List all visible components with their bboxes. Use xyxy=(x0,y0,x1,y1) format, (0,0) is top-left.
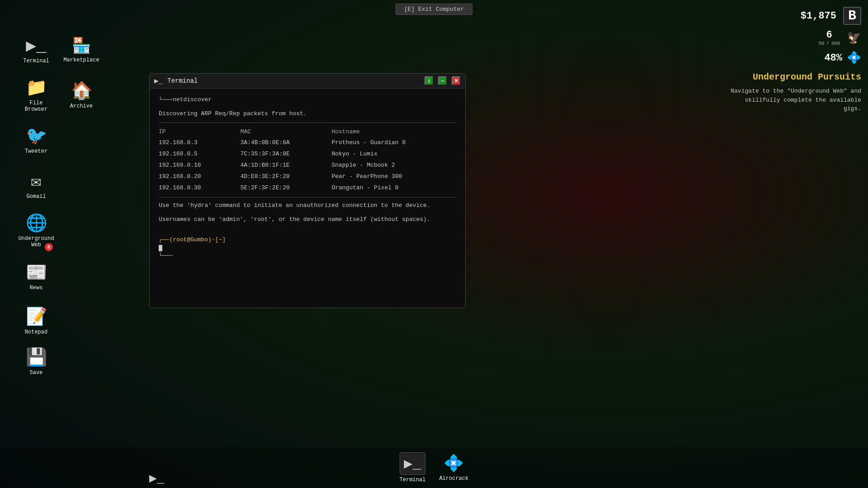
terminal-table: IP MAC Hostname 192.168.0.33A:4B:0B:0E:0… xyxy=(159,127,456,194)
terminal-minimize-button[interactable]: − xyxy=(438,76,447,85)
hud-skill-icon: 💠 xyxy=(847,51,861,65)
col-hostname: Hostname xyxy=(331,127,456,138)
terminal-body[interactable]: └───netdiscover Discovering ARP Req/Rep … xyxy=(150,89,465,308)
archive-label: Archive xyxy=(70,103,93,109)
news-icon: 📰 xyxy=(26,262,47,283)
table-row: 192.168.0.33A:4B:0B:0E:0AProtheus - Guar… xyxy=(159,137,456,149)
marketplace-icon: 🏪 xyxy=(72,36,91,55)
tweeter-label: Tweeter xyxy=(25,148,47,155)
terminal-title-icon: ▶_ xyxy=(154,76,163,85)
terminal-prompt: ┌──(root@Gumbo)-[~] xyxy=(159,235,456,245)
taskbar-terminal-icon: ▶_ xyxy=(400,452,425,475)
exit-computer-button[interactable]: [E] Exit Computer xyxy=(396,4,473,15)
top-bar: [E] Exit Computer xyxy=(0,0,868,18)
desktop-icon-empty3 xyxy=(59,208,104,253)
bottom-left-terminal-icon[interactable]: ▶_ xyxy=(149,470,165,486)
terminal-label: Terminal xyxy=(23,58,49,64)
desktop-icon-save[interactable]: 💾 Save xyxy=(14,343,59,380)
hud-stats: 6 50 / 300 🦅 xyxy=(818,29,861,46)
hud-avatar-icon: 🦅 xyxy=(847,31,861,45)
desktop-icon-empty4 xyxy=(59,253,104,298)
terminal-titlebar: ▶_ Terminal i − ✕ xyxy=(150,74,465,89)
desktop-icon-notepad[interactable]: 📝 Notepad xyxy=(14,298,59,343)
desktop-icon-file-browser[interactable]: 📁 File Browser xyxy=(14,72,59,117)
terminal-sep1 xyxy=(159,122,456,123)
marketplace-label: Marketplace xyxy=(63,57,99,63)
col-mac: MAC xyxy=(241,127,332,138)
quest-title: Underground Pursuits xyxy=(753,72,861,82)
news-badge: 8 xyxy=(45,243,53,251)
underground-web-icon: 🌐 xyxy=(26,213,47,234)
hud-right: $1,875 B 6 50 / 300 🦅 48% 💠 Underground … xyxy=(726,7,861,113)
taskbar-airocrack[interactable]: 💠 Airocrack xyxy=(439,454,468,482)
terminal-cursor-line[interactable] xyxy=(159,245,456,251)
hud-level-block: 6 50 / 300 xyxy=(818,29,840,46)
desktop-icons: ▶_ Terminal 🏪 Marketplace 📁 File Browser… xyxy=(14,27,104,380)
archive-icon: 🏠 xyxy=(71,80,92,101)
taskbar-airocrack-icon: 💠 xyxy=(443,454,464,474)
terminal-window: ▶_ Terminal i − ✕ └───netdiscover Discov… xyxy=(149,73,466,308)
table-row: 192.168.0.305E:2F:3F:2E:20Orangutan - Pi… xyxy=(159,183,456,194)
notepad-label: Notepad xyxy=(25,329,47,335)
table-row: 192.168.0.104A:1D:B0:1F:1ESnapple - Mcbo… xyxy=(159,160,456,171)
hud-level: 6 xyxy=(826,29,832,41)
terminal-hint2: Usernames can be 'admin', 'root', or the… xyxy=(159,215,456,225)
table-row: 192.168.0.204D:E0:3E:2F:20Pear - PearPho… xyxy=(159,171,456,183)
terminal-cursor xyxy=(159,245,162,251)
quest-description: Navigate to the "Underground Web" and sk… xyxy=(726,87,861,113)
desktop-icon-empty5 xyxy=(59,298,104,343)
desktop-icon-marketplace[interactable]: 🏪 Marketplace xyxy=(59,27,104,72)
news-label: News xyxy=(30,285,43,291)
desktop-icon-empty2 xyxy=(59,163,104,208)
col-ip: IP xyxy=(159,127,241,138)
terminal-tree-line: └───netdiscover xyxy=(159,95,456,105)
gomail-label: Gomail xyxy=(26,193,46,200)
terminal-sep2 xyxy=(159,197,456,197)
desktop-icon-terminal[interactable]: ▶_ Terminal xyxy=(14,27,59,72)
save-label: Save xyxy=(30,370,43,376)
table-row: 192.168.0.57C:35:3F:3A:0ENokyo - Lumix xyxy=(159,149,456,160)
desktop-icon-gomail[interactable]: ✉ Gomail xyxy=(14,163,59,208)
hud-level-max: 300 xyxy=(831,41,840,46)
desktop-icon-news[interactable]: 8 📰 News xyxy=(14,253,59,298)
hud-level-current: 50 xyxy=(818,41,824,46)
file-browser-label: File Browser xyxy=(17,100,55,113)
terminal-cmd: netdiscover xyxy=(173,96,212,103)
save-icon: 💾 xyxy=(26,347,47,368)
terminal-info-button[interactable]: i xyxy=(425,76,434,85)
file-browser-icon: 📁 xyxy=(26,77,47,98)
taskbar-terminal-label: Terminal xyxy=(400,477,426,483)
terminal-title-text: Terminal xyxy=(167,77,420,84)
taskbar-airocrack-label: Airocrack xyxy=(439,475,468,482)
terminal-close-button[interactable]: ✕ xyxy=(452,76,461,85)
desktop-icon-tweeter[interactable]: 🐦 Tweeter xyxy=(14,117,59,163)
taskbar: ▶_ Terminal 💠 Airocrack xyxy=(0,447,868,488)
terminal-discover-line: Discovering ARP Req/Rep packets from hos… xyxy=(159,109,456,119)
notepad-icon: 📝 xyxy=(26,306,47,327)
desktop-icon-archive[interactable]: 🏠 Archive xyxy=(59,72,104,117)
terminal-icon: ▶_ xyxy=(26,35,47,56)
gomail-icon: ✉ xyxy=(31,171,42,192)
taskbar-terminal[interactable]: ▶_ Terminal xyxy=(400,452,426,483)
terminal-hint1: Use the 'hydra' command to initiate an u… xyxy=(159,201,456,211)
hud-percent: 48% xyxy=(824,52,842,64)
tweeter-icon: 🐦 xyxy=(26,126,47,146)
desktop-icon-empty xyxy=(59,117,104,163)
